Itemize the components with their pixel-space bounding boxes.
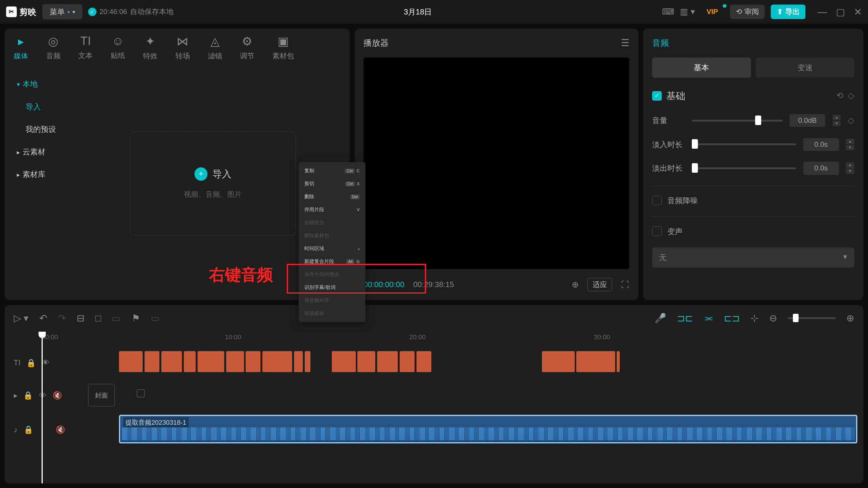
- undo-icon[interactable]: ↶: [39, 313, 47, 324]
- player-menu-icon[interactable]: ☰: [621, 37, 629, 48]
- fadeout-value[interactable]: 0.0s: [803, 162, 839, 175]
- zoom-icon[interactable]: ⊕: [572, 280, 579, 290]
- mute-icon[interactable]: 🔇: [56, 425, 65, 434]
- tab-text[interactable]: TI文本: [78, 34, 93, 61]
- maximize-icon[interactable]: ▢: [836, 6, 845, 18]
- cm-recognize-subtitle[interactable]: 识别字幕/歌词: [299, 281, 365, 294]
- cm-save-preset: 保存为我的预设: [299, 268, 365, 281]
- cm-group: 创建组合: [299, 216, 365, 229]
- media-sidebar: ▾本地 导入 我的预设 ▸云素材 ▸素材库: [5, 67, 76, 300]
- vip-button[interactable]: VIP: [701, 5, 724, 18]
- volume-slider[interactable]: [692, 120, 782, 122]
- tab-media[interactable]: ▸媒体: [14, 34, 28, 61]
- inspector-tab-speed[interactable]: 变速: [755, 58, 854, 78]
- player-viewport[interactable]: [363, 58, 629, 269]
- sidebar-item-import[interactable]: 导入: [5, 95, 76, 118]
- video-track: ▸ 🔒 👁 🔇 封面 ▢: [5, 379, 863, 412]
- volume-value[interactable]: 0.0dB: [789, 114, 825, 127]
- audio-clip[interactable]: 提取音频20230318-1: [119, 415, 857, 443]
- layout-icon[interactable]: ▥ ▾: [680, 7, 694, 17]
- redo-icon[interactable]: ↷: [58, 313, 66, 324]
- cm-timerange[interactable]: 时间区域›: [299, 242, 365, 255]
- zoom-in-icon[interactable]: ⊕: [846, 313, 854, 324]
- split-icon[interactable]: ⊟: [77, 313, 85, 324]
- fadeout-stepper[interactable]: ▴▾: [846, 162, 854, 174]
- fadein-value[interactable]: 0.0s: [803, 138, 839, 151]
- zoom-out-icon[interactable]: ⊖: [769, 313, 777, 324]
- volume-stepper[interactable]: ▴▾: [833, 115, 841, 126]
- snap-icon[interactable]: ⊏⊐: [724, 313, 740, 324]
- denoise-checkbox[interactable]: [652, 196, 662, 205]
- playhead[interactable]: [42, 332, 43, 483]
- inspector-title: 音频: [652, 37, 854, 48]
- voicechange-checkbox[interactable]: [652, 226, 662, 236]
- sidebar-item-library[interactable]: ▸素材库: [5, 163, 76, 186]
- text-clips[interactable]: [82, 347, 863, 372]
- cm-ungroup: 解除素材包: [299, 229, 365, 242]
- tab-filter[interactable]: ◬滤镜: [208, 34, 222, 61]
- review-button[interactable]: ⟲ 审阅: [730, 5, 765, 19]
- import-button[interactable]: + 导入: [184, 167, 242, 180]
- minimize-icon[interactable]: —: [818, 6, 827, 18]
- cm-delete[interactable]: 删除Del: [299, 190, 365, 203]
- cm-cut[interactable]: 剪切CtrlX: [299, 177, 365, 190]
- tool-icon[interactable]: ▭: [112, 313, 121, 324]
- fadeout-slider[interactable]: [692, 167, 796, 169]
- timeline-ruler[interactable]: 00:00 10:00 20:00 30:00: [5, 332, 863, 347]
- sidebar-item-presets[interactable]: 我的预设: [5, 118, 76, 140]
- cm-compound[interactable]: 新建复合片段AltG: [299, 255, 365, 268]
- time-current: 00:00:00:00: [363, 280, 404, 289]
- export-button[interactable]: ⬆ 导出: [771, 5, 805, 19]
- tab-effect[interactable]: ✦特效: [143, 34, 158, 61]
- tool-icon[interactable]: ▭: [151, 313, 160, 324]
- tab-sticker[interactable]: ☺贴纸: [111, 34, 125, 61]
- fadein-slider[interactable]: [692, 143, 796, 145]
- close-icon[interactable]: ✕: [854, 6, 862, 18]
- volume-keyframe-icon[interactable]: ◇: [848, 116, 854, 125]
- text-track-icon: TI: [14, 358, 21, 367]
- eye-icon[interactable]: 👁: [42, 358, 50, 367]
- tab-audio[interactable]: ◎音频: [46, 34, 61, 61]
- titlebar: ✂ 剪映 菜单 ● ▾ ✓ 20:46:06 自动保存本地 3月18日 ⌨ ▥ …: [0, 0, 868, 24]
- cm-link-media: 链接媒体: [299, 307, 365, 320]
- crop-icon[interactable]: □: [95, 313, 101, 324]
- fit-button[interactable]: 适应: [587, 278, 612, 291]
- voicechange-label: 变声: [667, 226, 683, 237]
- basic-checkbox[interactable]: ✓: [652, 91, 662, 101]
- link-icon[interactable]: ⫘: [704, 313, 713, 324]
- menu-button[interactable]: 菜单 ● ▾: [42, 4, 82, 19]
- mute-icon[interactable]: 🔇: [53, 391, 62, 400]
- cm-av-align: 视音频对齐: [299, 294, 365, 307]
- flag-icon[interactable]: ⚑: [132, 313, 140, 324]
- tab-package[interactable]: ▣素材包: [272, 34, 294, 61]
- sidebar-item-local[interactable]: ▾本地: [5, 73, 76, 95]
- reset-icon[interactable]: ⟲: [836, 91, 843, 101]
- sidebar-item-cloud[interactable]: ▸云素材: [5, 140, 76, 163]
- volume-label: 音量: [652, 115, 685, 126]
- keyboard-icon[interactable]: ⌨: [662, 7, 674, 17]
- magnet-icon[interactable]: ⊐⊏: [677, 313, 693, 324]
- add-video-icon[interactable]: ▢: [136, 386, 146, 399]
- mic-icon[interactable]: 🎤: [654, 313, 666, 324]
- timeline-panel: ▷ ▾ ↶ ↷ ⊟ □ ▭ ⚑ ▭ 🎤 ⊐⊏ ⫘ ⊏⊐ ⊹ ⊖ ⊕ 00:00 …: [5, 305, 863, 483]
- cm-copy[interactable]: 复制CtrlC: [299, 164, 365, 177]
- cm-disable[interactable]: 停用片段V: [299, 203, 365, 216]
- fadein-stepper[interactable]: ▴▾: [846, 139, 854, 150]
- inspector-tab-basic[interactable]: 基本: [652, 58, 751, 78]
- align-icon[interactable]: ⊹: [751, 313, 759, 324]
- fullscreen-icon[interactable]: ⛶: [621, 280, 629, 290]
- logo-icon: ✂: [6, 6, 17, 17]
- keyframe-icon[interactable]: ◇: [848, 91, 854, 101]
- audio-track-icon: ♪: [14, 425, 18, 434]
- voicechange-select[interactable]: 无 ▾: [652, 247, 854, 268]
- lock-icon[interactable]: 🔒: [23, 391, 33, 400]
- project-title: 3月18日: [180, 6, 656, 17]
- tab-transition[interactable]: ⋈转场: [175, 34, 190, 61]
- tab-adjust[interactable]: ⚙调节: [240, 34, 254, 61]
- player-controls: 00:00:00:00 00:29:38:15 ⊕ 适应 ⛶: [363, 269, 629, 291]
- cover-button[interactable]: 封面: [88, 384, 115, 406]
- select-tool[interactable]: ▷ ▾: [14, 313, 29, 324]
- lock-icon[interactable]: 🔒: [24, 425, 33, 434]
- media-panel: ▸媒体 ◎音频 TI文本 ☺贴纸 ✦特效 ⋈转场 ◬滤镜 ⚙调节 ▣素材包 ▾本…: [5, 29, 350, 300]
- lock-icon[interactable]: 🔒: [26, 358, 36, 368]
